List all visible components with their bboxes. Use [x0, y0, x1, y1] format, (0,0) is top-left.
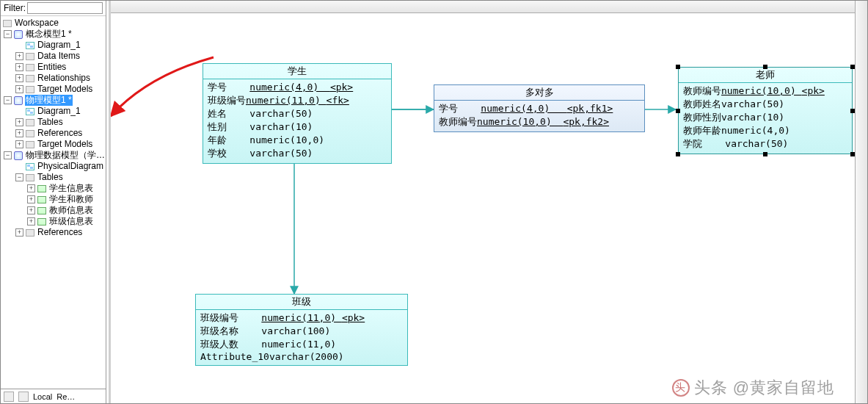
selection-handle[interactable] — [676, 65, 680, 69]
tree-references[interactable]: +References — [1, 227, 106, 238]
column-row: 性别 varchar(10) — [208, 120, 387, 134]
entity-columns: 学号 numeric(4,0) <pk>班级编号numeric(11,0) <f… — [203, 79, 391, 163]
tree-target-models[interactable]: +Target Models — [1, 84, 106, 95]
tab-local[interactable]: Local — [33, 392, 52, 401]
watermark-icon: 头 — [672, 379, 690, 397]
selection-handle[interactable] — [763, 152, 767, 156]
selection-handle[interactable] — [676, 109, 680, 113]
entity-title: 多对多 — [434, 85, 644, 101]
column-row: 学院 varchar(50) — [683, 137, 847, 151]
column-row: 年龄 numeric(10,0) — [208, 134, 387, 147]
expand-icon[interactable]: + — [27, 217, 35, 226]
tab-repo[interactable]: Re… — [56, 392, 75, 401]
tree-table-item[interactable]: +班级信息表 — [1, 216, 106, 227]
expand-icon[interactable]: + — [15, 129, 23, 137]
entity-title: 班级 — [196, 295, 407, 310]
entity-student[interactable]: 学生 学号 numeric(4,0) <pk>班级编号numeric(11,0)… — [203, 63, 392, 164]
column-row: 学校 varchar(50) — [208, 147, 387, 160]
tree-table-item[interactable]: +学生信息表 — [1, 183, 106, 194]
selection-handle[interactable] — [850, 152, 855, 156]
entity-columns: 班级编号 numeric(11,0) <pk>班级名称 varchar(100)… — [196, 310, 407, 365]
expand-icon[interactable]: + — [15, 63, 23, 71]
tree-table-item[interactable]: +学生和教师 — [1, 194, 106, 205]
bottom-tabs: Local Re… — [1, 389, 106, 403]
selection-handle[interactable] — [763, 65, 767, 69]
horizontal-scrollbar[interactable] — [111, 1, 867, 13]
expand-icon[interactable]: + — [27, 184, 35, 192]
entity-assoc[interactable]: 多对多 学号 numeric(4,0) <pk,fk1>教师编号numeric(… — [434, 84, 645, 132]
refresh-icon[interactable] — [4, 392, 14, 402]
expand-icon[interactable]: + — [15, 52, 23, 60]
tree-diagram[interactable]: Diagram_1 — [1, 106, 106, 117]
collapse-icon[interactable]: − — [4, 96, 12, 104]
expand-icon[interactable]: + — [27, 206, 35, 214]
column-row: 班级编号numeric(11,0) <fk> — [208, 94, 387, 107]
watermark: 头 头条 @黄家自留地 — [672, 377, 834, 399]
tree[interactable]: Workspace −概念模型1 * Diagram_1 +Data Items… — [1, 16, 106, 389]
canvas-inner[interactable]: 学生 学号 numeric(4,0) <pk>班级编号numeric(11,0)… — [111, 13, 855, 403]
collapse-icon[interactable]: − — [4, 30, 12, 38]
vertical-scrollbar[interactable] — [855, 1, 867, 403]
tree-diagram[interactable]: Diagram_1 — [1, 40, 106, 51]
expand-icon[interactable]: + — [15, 85, 23, 93]
column-row: 学号 numeric(4,0) <pk> — [208, 81, 387, 94]
entity-class[interactable]: 班级 班级编号 numeric(11,0) <pk>班级名称 varchar(1… — [195, 294, 408, 366]
column-row: 班级编号 numeric(11,0) <pk> — [200, 311, 403, 325]
entity-columns: 学号 numeric(4,0) <pk,fk1>教师编号numeric(10,0… — [434, 101, 644, 131]
column-row: Attribute_10varchar(2000) — [200, 351, 403, 362]
collapse-icon[interactable]: − — [4, 151, 12, 159]
column-row: 姓名 varchar(50) — [208, 107, 387, 120]
collapse-icon[interactable]: − — [15, 173, 23, 181]
tree-references[interactable]: +References — [1, 128, 106, 139]
column-row: 学号 numeric(4,0) <pk,fk1> — [439, 102, 640, 115]
column-row: 班级名称 varchar(100) — [200, 325, 403, 338]
selection-handle[interactable] — [850, 65, 855, 69]
selection-handle[interactable] — [850, 109, 855, 113]
tree-table-item[interactable]: +教师信息表 — [1, 205, 106, 216]
tree-root[interactable]: Workspace — [1, 18, 106, 29]
tree-model-concept[interactable]: −概念模型1 * — [1, 29, 106, 40]
expand-icon[interactable]: + — [15, 74, 23, 82]
tree-phys-diagram[interactable]: PhysicalDiagram — [1, 161, 106, 172]
expand-icon[interactable]: + — [15, 140, 23, 148]
tree-data-items[interactable]: +Data Items — [1, 51, 106, 62]
expand-icon[interactable]: + — [27, 195, 35, 203]
tree-entities[interactable]: +Entities — [1, 62, 106, 73]
column-row: 教师年龄numeric(4,0) — [683, 124, 847, 137]
tree-tables[interactable]: +Tables — [1, 117, 106, 128]
filter-row: Filter: — [1, 1, 106, 16]
tree-target-models[interactable]: +Target Models — [1, 139, 106, 150]
tree-model-physical[interactable]: −物理模型1 * — [1, 95, 106, 106]
column-row: 教师编号numeric(10,0) <pk> — [683, 84, 847, 98]
entity-title: 老师 — [679, 68, 852, 83]
tree-model-phys-data[interactable]: −物理数据模型（学… — [1, 150, 106, 161]
entity-columns: 教师编号numeric(10,0) <pk>教师姓名varchar(50) 教师… — [679, 83, 852, 154]
object-browser: Filter: Workspace −概念模型1 * Diagram_1 +Da… — [1, 1, 106, 403]
tree-relationships[interactable]: +Relationships — [1, 73, 106, 84]
column-row: 班级人数 numeric(11,0) — [200, 338, 403, 351]
column-row: 教师性别varchar(10) — [683, 111, 847, 124]
filter-label: Filter: — [4, 3, 26, 13]
view-icon[interactable] — [18, 392, 29, 402]
diagram-canvas[interactable]: 学生 学号 numeric(4,0) <pk>班级编号numeric(11,0)… — [109, 1, 867, 403]
tree-tables[interactable]: −Tables — [1, 172, 106, 183]
expand-icon[interactable]: + — [15, 118, 23, 126]
column-row: 教师姓名varchar(50) — [683, 98, 847, 111]
entity-title: 学生 — [203, 64, 391, 79]
entity-teacher[interactable]: 老师 教师编号numeric(10,0) <pk>教师姓名varchar(50)… — [678, 67, 853, 154]
filter-input[interactable] — [27, 2, 103, 14]
selection-handle[interactable] — [676, 152, 680, 156]
expand-icon[interactable]: + — [15, 228, 23, 237]
column-row: 教师编号numeric(10,0) <pk,fk2> — [439, 115, 640, 129]
